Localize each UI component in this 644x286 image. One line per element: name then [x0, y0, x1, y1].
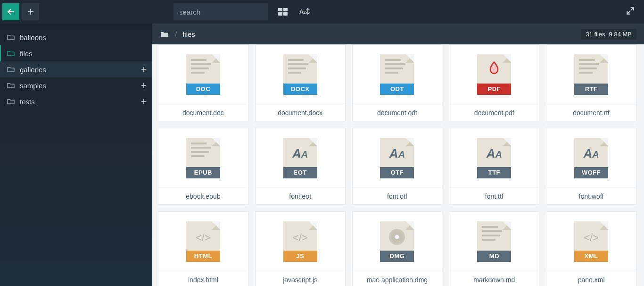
- file-card[interactable]: AAOTFfont.otf: [352, 128, 443, 205]
- folder-size: 9.84 MB: [609, 31, 632, 38]
- svg-rect-4: [278, 8, 282, 11]
- file-name: markdown.md: [449, 271, 539, 286]
- svg-rect-5: [283, 8, 288, 11]
- file-name: font.otf: [353, 187, 442, 204]
- file-name: font.ttf: [449, 187, 539, 204]
- file-name: document.pdf: [449, 104, 539, 121]
- file-name: font.eot: [256, 187, 345, 204]
- sidebar: balloonsfilesgalleriessamplestests: [0, 24, 152, 286]
- file-card[interactable]: AAWOFFfont.woff: [546, 128, 636, 205]
- file-card[interactable]: DOCdocument.doc: [158, 44, 248, 121]
- search-box[interactable]: [173, 3, 268, 20]
- file-name: document.odt: [353, 104, 442, 121]
- sidebar-item-label: files: [20, 50, 148, 58]
- folder-icon: [7, 98, 15, 105]
- collapse-sidebar-button[interactable]: [2, 3, 19, 20]
- home-icon[interactable]: [160, 30, 169, 38]
- breadcrumb-separator: /: [175, 30, 177, 38]
- file-type-icon: AAOTF: [353, 128, 442, 187]
- file-grid-scroll[interactable]: DOCdocument.docDOCXdocument.docxODTdocum…: [152, 44, 644, 286]
- file-type-icon: EPUB: [158, 128, 248, 187]
- sidebar-item-label: balloons: [20, 34, 148, 42]
- add-subfolder-icon[interactable]: [140, 82, 148, 89]
- file-type-icon: </>HTML: [158, 212, 248, 271]
- file-name: document.doc: [158, 104, 248, 121]
- sidebar-item-label: galleries: [20, 66, 140, 74]
- file-name: mac-application.dmg: [353, 271, 442, 286]
- file-name: javascript.js: [256, 271, 345, 286]
- sidebar-item-balloons[interactable]: balloons: [0, 29, 152, 45]
- sidebar-item-galleries[interactable]: galleries: [0, 61, 152, 77]
- file-card[interactable]: </>JSjavascript.js: [255, 211, 346, 286]
- file-name: font.woff: [546, 187, 636, 204]
- file-type-icon: AAWOFF: [546, 128, 636, 187]
- file-type-icon: PDF: [449, 45, 539, 104]
- folder-icon: [7, 50, 15, 57]
- file-name: index.html: [158, 271, 248, 286]
- file-card[interactable]: AATTFfont.ttf: [449, 128, 539, 205]
- topbar: AZ: [0, 0, 644, 24]
- search-input[interactable]: [179, 8, 262, 16]
- sidebar-item-files[interactable]: files: [0, 45, 152, 61]
- add-subfolder-icon[interactable]: [140, 98, 148, 105]
- folder-icon: [7, 34, 15, 41]
- sort-button[interactable]: AZ: [298, 5, 311, 18]
- file-type-icon: </>JS: [256, 212, 345, 271]
- file-card[interactable]: </>HTMLindex.html: [158, 211, 248, 286]
- file-type-icon: DMG: [353, 212, 442, 271]
- new-item-button[interactable]: [22, 3, 39, 20]
- sidebar-item-tests[interactable]: tests: [0, 93, 152, 109]
- file-type-icon: AATTF: [449, 128, 539, 187]
- file-name: ebook.epub: [158, 187, 248, 204]
- file-type-icon: MD: [449, 212, 539, 271]
- file-count: 31 files: [586, 31, 605, 38]
- svg-text:Z: Z: [303, 10, 306, 15]
- file-type-icon: </>XML: [546, 212, 636, 271]
- file-grid: DOCdocument.docDOCXdocument.docxODTdocum…: [158, 44, 636, 286]
- file-name: document.rtf: [546, 104, 636, 121]
- file-card[interactable]: RTFdocument.rtf: [546, 44, 636, 121]
- folder-icon: [7, 82, 15, 89]
- file-type-icon: AAEOT: [256, 128, 345, 187]
- sidebar-item-label: tests: [20, 98, 140, 106]
- file-card[interactable]: ODTdocument.odt: [352, 44, 443, 121]
- fullscreen-button[interactable]: [626, 7, 635, 17]
- add-subfolder-icon[interactable]: [140, 66, 148, 73]
- view-mode-button[interactable]: [276, 5, 289, 18]
- file-card[interactable]: AAEOTfont.eot: [255, 128, 346, 205]
- main-panel: / files 31 files 9.84 MB DOCdocument.doc…: [152, 24, 644, 286]
- svg-rect-6: [278, 12, 282, 16]
- folder-stats: 31 files 9.84 MB: [581, 29, 636, 40]
- breadcrumb-bar: / files 31 files 9.84 MB: [152, 24, 644, 44]
- file-card[interactable]: MDmarkdown.md: [449, 211, 539, 286]
- file-type-icon: DOCX: [256, 45, 345, 104]
- sidebar-item-label: samples: [20, 82, 140, 90]
- folder-icon: [7, 66, 15, 73]
- file-type-icon: DOC: [158, 45, 248, 104]
- svg-rect-7: [283, 12, 288, 16]
- file-card[interactable]: PDFdocument.pdf: [449, 44, 539, 121]
- file-card[interactable]: EPUBebook.epub: [158, 128, 248, 205]
- breadcrumb-current[interactable]: files: [182, 30, 195, 38]
- sidebar-item-samples[interactable]: samples: [0, 77, 152, 93]
- file-card[interactable]: DOCXdocument.docx: [255, 44, 346, 121]
- file-type-icon: ODT: [353, 45, 442, 104]
- file-type-icon: RTF: [546, 45, 636, 104]
- file-card[interactable]: </>XMLpano.xml: [546, 211, 636, 286]
- file-name: document.docx: [256, 104, 345, 121]
- file-card[interactable]: DMGmac-application.dmg: [352, 211, 443, 286]
- file-name: pano.xml: [546, 271, 636, 286]
